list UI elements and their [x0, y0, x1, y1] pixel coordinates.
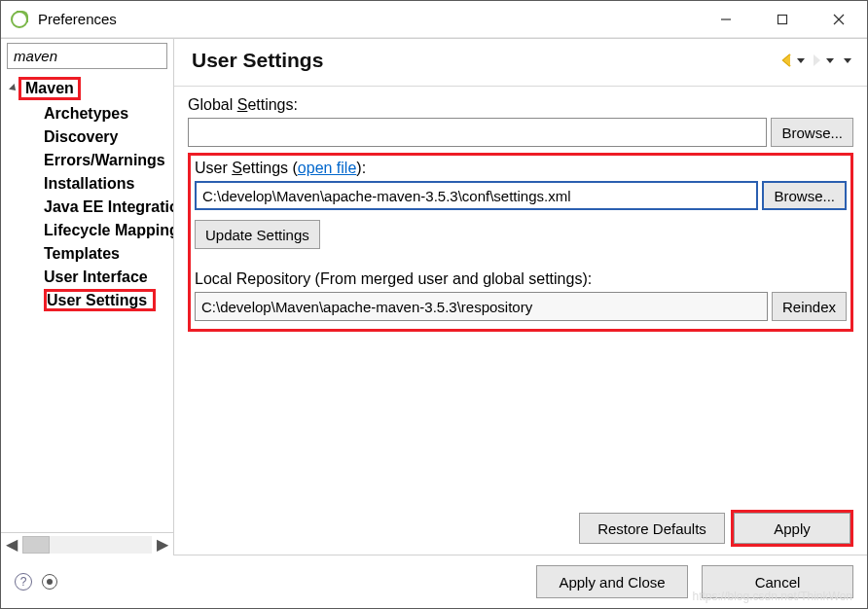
tree-item-templates[interactable]: Templates	[3, 242, 173, 266]
window-title: Preferences	[38, 11, 117, 27]
sidebar-hscroll[interactable]: ◀ ▶	[1, 532, 173, 555]
tree-item-installations[interactable]: Installations	[3, 172, 173, 196]
maximize-button[interactable]	[754, 1, 811, 37]
scrollbar-track[interactable]	[22, 536, 152, 554]
filter-input[interactable]	[7, 43, 167, 69]
titlebar: Preferences	[1, 1, 867, 38]
help-icon[interactable]: ?	[15, 573, 32, 591]
minimize-button[interactable]	[698, 1, 754, 37]
window-controls	[698, 1, 867, 37]
tree-item-discovery[interactable]: Discovery	[3, 125, 173, 149]
back-menu-icon[interactable]	[797, 58, 805, 63]
forward-icon[interactable]	[809, 53, 824, 68]
tree-item-java-ee-integration[interactable]: Java EE Integration	[3, 196, 173, 219]
forward-menu-icon[interactable]	[826, 58, 834, 63]
apply-highlight: Apply	[731, 510, 853, 547]
scroll-right-icon[interactable]: ▶	[152, 535, 173, 554]
open-file-link[interactable]: open file	[298, 160, 357, 176]
content-panel: User Settings Global Settings: Browse...	[174, 39, 867, 555]
apply-button[interactable]: Apply	[734, 513, 850, 544]
global-browse-button[interactable]: Browse...	[771, 118, 853, 147]
close-button[interactable]	[811, 1, 867, 37]
preferences-window: Preferences ✕ Maven Archetypes Discovery…	[0, 0, 868, 609]
expand-icon	[9, 84, 18, 93]
tree-item-user-settings[interactable]: User Settings	[3, 289, 173, 312]
app-icon	[11, 11, 28, 28]
back-icon[interactable]	[779, 53, 795, 68]
tree-item-lifecycle-mappings[interactable]: Lifecycle Mappings	[3, 219, 173, 242]
user-settings-label: User Settings (open file):	[195, 160, 847, 177]
tree-item-archetypes[interactable]: Archetypes	[3, 102, 173, 125]
header-nav	[779, 53, 851, 68]
tree-item-errors-warnings[interactable]: Errors/Warnings	[3, 149, 173, 172]
sidebar: ✕ Maven Archetypes Discovery Errors/Warn…	[1, 39, 174, 555]
cancel-button[interactable]: Cancel	[702, 565, 853, 598]
user-browse-button[interactable]: Browse...	[762, 181, 847, 210]
preferences-tree: Maven Archetypes Discovery Errors/Warnin…	[1, 71, 173, 532]
global-settings-input[interactable]	[188, 118, 767, 147]
user-settings-group: User Settings (open file): Browse... Upd…	[188, 153, 853, 332]
dialog-footer: ? Apply and Close Cancel	[1, 555, 867, 608]
tree-item-user-interface[interactable]: User Interface	[3, 266, 173, 289]
tree-item-maven[interactable]: Maven	[3, 75, 173, 102]
update-settings-button[interactable]: Update Settings	[195, 220, 320, 249]
import-export-icon[interactable]	[42, 574, 57, 590]
page-actions: Restore Defaults Apply	[174, 502, 867, 555]
user-settings-input[interactable]	[195, 181, 758, 210]
svg-rect-1	[778, 15, 787, 23]
reindex-button[interactable]: Reindex	[772, 292, 847, 321]
form-area: Global Settings: Browse... User Settings…	[174, 87, 867, 502]
apply-and-close-button[interactable]: Apply and Close	[536, 565, 688, 598]
scroll-left-icon[interactable]: ◀	[1, 535, 22, 554]
view-menu-icon[interactable]	[844, 58, 851, 63]
global-settings-label: Global Settings:	[188, 96, 853, 114]
restore-defaults-button[interactable]: Restore Defaults	[579, 513, 725, 544]
page-heading: User Settings	[192, 49, 323, 72]
local-repo-input[interactable]	[195, 292, 768, 321]
scrollbar-thumb[interactable]	[22, 536, 50, 554]
content-header: User Settings	[174, 39, 867, 87]
local-repo-label: Local Repository (From merged user and g…	[195, 270, 847, 288]
